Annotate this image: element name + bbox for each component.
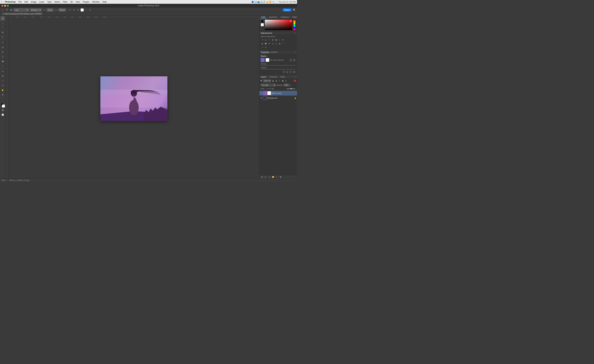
tool-options-icon[interactable]: ▦: [9, 8, 13, 12]
photo-canvas[interactable]: [100, 76, 167, 121]
path-selection-tool[interactable]: ↖: [0, 79, 5, 83]
menu-item-type[interactable]: Type: [46, 0, 53, 3]
menu-item-file[interactable]: File: [17, 0, 23, 3]
font-size-input[interactable]: [46, 8, 54, 12]
filter-pixel-icon[interactable]: ▣: [271, 79, 274, 82]
curves-icon[interactable]: ∿: [268, 38, 271, 41]
menu-item-view[interactable]: View: [74, 0, 81, 3]
spot-heal-tool[interactable]: ✦: [0, 40, 5, 45]
mask-apply-icon[interactable]: ◈: [286, 70, 289, 73]
menu-item-filter[interactable]: Filter: [62, 0, 69, 3]
lock-transparent-icon[interactable]: ⬚: [265, 88, 267, 90]
exposure-icon[interactable]: ◑: [271, 38, 274, 41]
brightness-contrast-icon[interactable]: ☀: [261, 38, 264, 41]
brush-tool[interactable]: 🖌: [0, 45, 5, 49]
channel-mixer-icon[interactable]: ⊞: [268, 42, 271, 45]
apple-menu[interactable]: : [1, 0, 2, 3]
layer-visibility-blend[interactable]: 👁: [260, 92, 263, 94]
blend-mode-select[interactable]: Pin Light: [260, 83, 276, 87]
maximize-button[interactable]: [7, 5, 9, 7]
text-tool[interactable]: T: [0, 74, 5, 78]
home-icon[interactable]: ⌂: [1, 8, 5, 12]
tab-layers[interactable]: Layers: [259, 75, 268, 79]
tab-swatches[interactable]: Swatches: [267, 15, 279, 19]
tab-color[interactable]: Color: [259, 15, 267, 19]
font-weight-select[interactable]: Medium: [30, 8, 42, 12]
document-tab[interactable]: ✕ Base layer.jpeg @ 100% (Blend Layer, R…: [1, 13, 43, 15]
selection-tool[interactable]: ⬚: [0, 21, 5, 25]
feather-slider[interactable]: [261, 69, 296, 69]
mask-add-icon[interactable]: ⊞: [290, 59, 292, 61]
opacity-down-arrow[interactable]: ▾: [290, 84, 291, 86]
layer-item-blend[interactable]: 👁 Blend Layer: [259, 91, 297, 95]
pen-tool[interactable]: ✏: [0, 69, 5, 74]
levels-icon[interactable]: ▲: [264, 38, 267, 41]
new-layer-icon[interactable]: +: [276, 176, 278, 178]
bg-color-swatch[interactable]: [261, 23, 264, 26]
menu-item-3d[interactable]: 3D: [69, 0, 74, 3]
gradient-map-icon[interactable]: ▭: [261, 46, 264, 49]
tab-paths[interactable]: Paths: [279, 75, 287, 79]
shape-tool[interactable]: ◯: [0, 83, 5, 88]
font-family-select[interactable]: Lato: [14, 8, 29, 12]
mask-white-thumb[interactable]: [266, 58, 269, 62]
mask-thumbnail[interactable]: [261, 58, 264, 62]
close-button[interactable]: [1, 5, 3, 7]
lock-artboard-icon[interactable]: ⊞: [272, 88, 274, 90]
tab-libraries[interactable]: Libraries: [270, 51, 277, 54]
filter-smart-icon[interactable]: ⊙: [285, 79, 287, 82]
text-tool-icon[interactable]: T: [5, 8, 9, 12]
antialiasing-select[interactable]: Sharp ▾: [58, 8, 66, 12]
filter-adjust-icon[interactable]: ◑: [275, 79, 277, 82]
vibrance-icon[interactable]: ▦: [275, 38, 277, 41]
menu-item-edit[interactable]: Edit: [23, 0, 29, 3]
link-layers-icon[interactable]: ⛓: [260, 176, 263, 178]
dodge-tool[interactable]: ○: [0, 64, 5, 68]
color-picker-gradient[interactable]: [265, 20, 292, 30]
tab-patterns[interactable]: Patterns: [291, 15, 297, 19]
color-lookup-icon[interactable]: ◫: [271, 42, 274, 45]
eyedropper-tool[interactable]: ✒: [0, 35, 5, 39]
menu-item-window[interactable]: Window: [91, 0, 101, 3]
lock-position-icon[interactable]: ✛: [270, 88, 271, 90]
tab-channels[interactable]: Channels: [268, 75, 279, 79]
eraser-tool[interactable]: ◻: [0, 54, 5, 59]
minimize-button[interactable]: [4, 5, 6, 7]
tab-properties[interactable]: Properties: [261, 51, 269, 54]
density-slider[interactable]: [261, 65, 296, 66]
align-left-icon[interactable]: ≡: [68, 8, 72, 12]
menu-item-select[interactable]: Select: [53, 0, 61, 3]
color-balance-icon[interactable]: ⊕: [281, 38, 284, 41]
menu-item-layer[interactable]: Layer: [38, 0, 46, 3]
crop-tool[interactable]: ⊞: [0, 30, 5, 34]
lock-pixels-icon[interactable]: ✏: [268, 88, 269, 90]
mask-selection-icon[interactable]: ⊡: [283, 70, 285, 73]
threshold-icon[interactable]: ⎍: [281, 42, 284, 45]
delete-layer-icon[interactable]: 🗑: [279, 176, 282, 178]
clone-tool[interactable]: ⊕: [0, 50, 5, 54]
gradient-tool[interactable]: ▦: [0, 59, 5, 63]
posterize-icon[interactable]: ▤: [278, 42, 281, 45]
selective-color-icon[interactable]: ◎: [264, 46, 267, 49]
layer-filter-select[interactable]: Kind: [263, 79, 271, 82]
screen-mode-btn[interactable]: ⬜: [0, 112, 5, 117]
fg-color-swatch[interactable]: [261, 20, 264, 23]
zoom-tool[interactable]: ⊕: [0, 93, 5, 97]
tab-gradients[interactable]: Gradients: [279, 15, 291, 19]
mask-disable-icon[interactable]: ⊘: [290, 70, 292, 73]
more-tools[interactable]: ···: [0, 98, 5, 103]
add-mask-icon[interactable]: ◻: [268, 176, 271, 178]
close-tab-icon[interactable]: ✕: [3, 13, 4, 15]
move-tool[interactable]: ✛: [0, 16, 5, 21]
align-center-icon[interactable]: ≡: [72, 8, 76, 12]
fill-slider[interactable]: [287, 88, 295, 89]
filter-toggle[interactable]: [294, 80, 296, 82]
background-color[interactable]: [2, 104, 5, 108]
menu-item-image[interactable]: Image: [30, 0, 38, 3]
hsl-icon[interactable]: △: [278, 38, 281, 41]
black-white-icon[interactable]: ◐: [261, 42, 264, 45]
mask-delete-icon[interactable]: 🗑: [293, 70, 296, 73]
filter-shape-icon[interactable]: ⬟: [281, 79, 284, 82]
character-panel-icon[interactable]: ¶: [88, 8, 92, 12]
layer-thumb-blend[interactable]: [263, 91, 267, 95]
